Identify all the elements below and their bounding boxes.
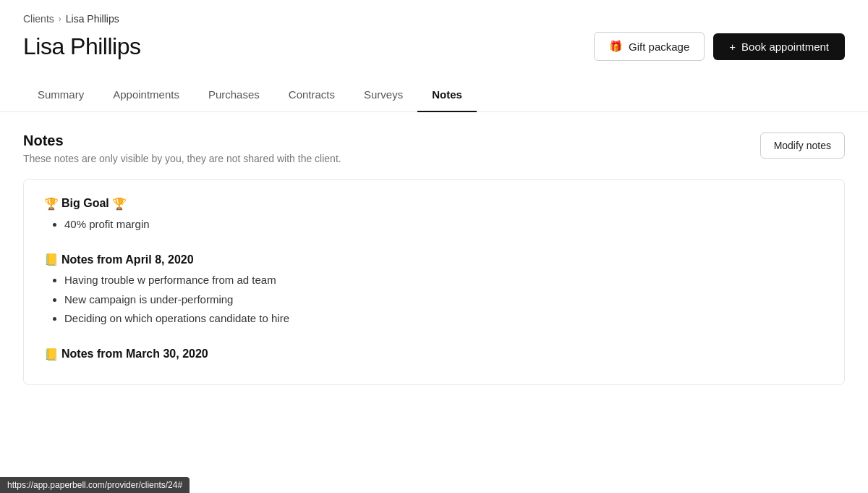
page-header: Lisa Phillips 🎁 Gift package + Book appo… <box>23 32 845 78</box>
notes-header-text: Notes These notes are only visible by yo… <box>23 132 341 164</box>
gift-icon: 🎁 <box>609 40 623 53</box>
tab-purchases[interactable]: Purchases <box>194 78 274 112</box>
notebook-icon-march: 📒 <box>44 347 59 361</box>
trophy-icon-left: 🏆 <box>44 197 59 211</box>
march-title: Notes from March 30, 2020 <box>61 347 208 361</box>
list-item: Deciding on which operations candidate t… <box>64 311 824 327</box>
list-item: New campaign is under-performing <box>64 292 824 308</box>
note-section-march: 📒 Notes from March 30, 2020 <box>44 347 824 361</box>
book-appointment-button[interactable]: + Book appointment <box>713 33 845 60</box>
notes-section-subtitle: These notes are only visible by you, the… <box>23 153 341 164</box>
april-title: Notes from April 8, 2020 <box>61 253 194 266</box>
note-section-big-goal: 🏆 Big Goal 🏆 40% profit margin <box>44 197 824 233</box>
tabs-bar: Summary Appointments Purchases Contracts… <box>0 78 868 112</box>
tab-appointments[interactable]: Appointments <box>98 78 194 112</box>
notes-header-row: Notes These notes are only visible by yo… <box>23 132 845 164</box>
note-heading-march: 📒 Notes from March 30, 2020 <box>44 347 824 361</box>
big-goal-list: 40% profit margin <box>44 216 824 233</box>
trophy-icon-right: 🏆 <box>112 197 127 211</box>
gift-package-button[interactable]: 🎁 Gift package <box>594 32 705 61</box>
page-title: Lisa Phillips <box>23 33 140 60</box>
plus-icon: + <box>729 41 736 53</box>
tab-summary[interactable]: Summary <box>23 78 98 112</box>
note-heading-big-goal: 🏆 Big Goal 🏆 <box>44 197 824 211</box>
tab-contracts[interactable]: Contracts <box>274 78 349 112</box>
breadcrumb-clients-link[interactable]: Clients <box>23 13 54 25</box>
breadcrumb-current: Lisa Phillips <box>66 13 119 25</box>
notes-section-title: Notes <box>23 132 341 149</box>
list-item: 40% profit margin <box>64 216 824 233</box>
book-appointment-label: Book appointment <box>741 41 829 53</box>
header-actions: 🎁 Gift package + Book appointment <box>594 32 845 61</box>
list-item: Having trouble w performance from ad tea… <box>64 272 824 289</box>
breadcrumb: Clients › Lisa Phillips <box>23 13 845 25</box>
modify-notes-button[interactable]: Modify notes <box>760 132 845 159</box>
notes-card: 🏆 Big Goal 🏆 40% profit margin 📒 Notes f… <box>23 179 845 385</box>
note-heading-april: 📒 Notes from April 8, 2020 <box>44 253 824 266</box>
notebook-icon-april: 📒 <box>44 253 59 266</box>
main-content: Notes These notes are only visible by yo… <box>0 112 868 405</box>
tab-notes[interactable]: Notes <box>417 78 477 112</box>
april-list: Having trouble w performance from ad tea… <box>44 272 824 327</box>
big-goal-title: Big Goal <box>61 197 109 210</box>
note-section-april: 📒 Notes from April 8, 2020 Having troubl… <box>44 253 824 327</box>
gift-package-label: Gift package <box>629 41 689 53</box>
tab-surveys[interactable]: Surveys <box>349 78 417 112</box>
breadcrumb-chevron-icon: › <box>59 14 61 24</box>
